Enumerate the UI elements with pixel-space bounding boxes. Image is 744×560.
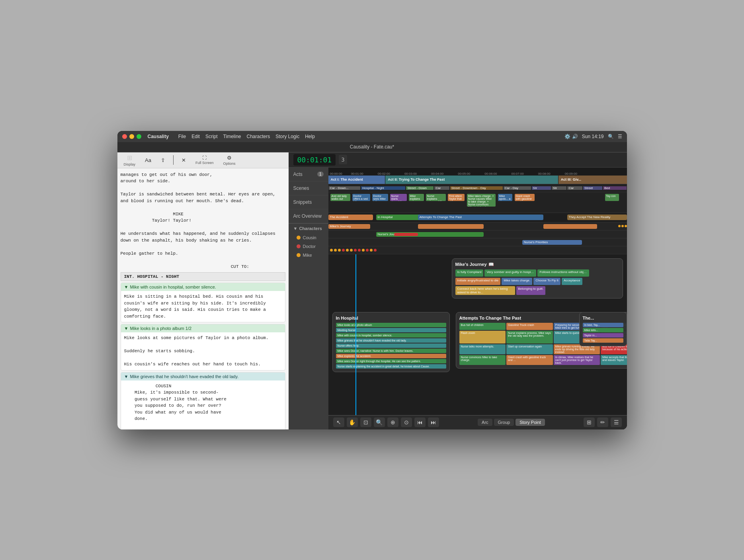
clock: Sun 14:19 <box>582 134 604 139</box>
story-point-view-btn[interactable]: Story Point <box>516 419 545 426</box>
att-node-10[interactable]: Start up conversation again <box>506 344 553 354</box>
tg-node-1[interactable]: In bed, Tay... <box>583 323 623 327</box>
menu-storylogic[interactable]: Story Logic <box>275 134 299 139</box>
snippet-11[interactable]: Tay con <box>605 194 619 201</box>
font-button[interactable]: Aa <box>142 156 154 165</box>
ih-node-8[interactable]: Mike sees Doctor right through the hospi… <box>336 359 446 363</box>
att-node-14[interactable]: Giant crash with gasoline truck and ... <box>506 355 553 365</box>
node-takes-charge[interactable]: Mike takes charge. <box>502 278 532 285</box>
ih-node-3[interactable]: Mike with cousin in hospital, somber sil… <box>336 333 446 338</box>
snippet-2[interactable]: Doctor offers a sed Mike <box>352 194 370 201</box>
att-node-2[interactable]: Gasoline Truck crash <box>506 323 553 330</box>
node-frustrated[interactable]: Initiate angry/frustrated to die <box>455 278 501 285</box>
att-node-15[interactable]: In climax, Mike realises that he can't j… <box>554 355 600 365</box>
ih-node-5[interactable]: Nurse offers help. <box>336 343 446 348</box>
view-toggle-btn[interactable]: ☰ <box>611 418 622 427</box>
snippet-9[interactable]: Mike apolo... a mo <box>498 194 512 201</box>
att-node-5[interactable]: Flash zoom <box>459 331 506 343</box>
beat-toggle-1[interactable]: ▼ <box>124 285 129 289</box>
node-connect[interactable]: Connect back here when he's being asked … <box>455 286 515 295</box>
layers-btn[interactable]: ⊞ <box>584 418 595 427</box>
menu-timeline[interactable]: Timeline <box>223 134 241 139</box>
beat-toggle-2[interactable]: ▼ <box>124 326 129 331</box>
att-node-1[interactable]: Bus full of children <box>459 323 506 330</box>
ih-node-1[interactable]: Mike looks at a photo album <box>336 323 446 327</box>
snippet-10[interactable]: Giant crash with gasoline truck <box>515 194 535 201</box>
scene-1: Car - Down... <box>329 186 361 190</box>
ih-node-9[interactable]: Nurse starts explaining the accident in … <box>336 364 446 369</box>
snippet-4[interactable]: Nurse starts descrit the acci <box>390 194 407 201</box>
zoom-fit-tool[interactable]: ⊙ <box>401 418 412 427</box>
the-canvas-group[interactable]: The... In bed, Tay... Mike tells... Tayl… <box>579 312 627 346</box>
canvas-section[interactable]: Mike's Journey 📖 Is fully Compliant Very… <box>328 254 627 415</box>
full-screen-btn[interactable]: ⛶ Full Screen <box>192 154 217 166</box>
arrow-tool[interactable]: ↖ <box>333 418 344 427</box>
node-acceptance[interactable]: Acceptance <box>562 278 582 285</box>
nav-acts[interactable]: Acts 1 <box>289 168 328 181</box>
skip-fwd-btn[interactable]: ⏭ <box>428 418 439 427</box>
nav-snippets[interactable]: Snippets <box>289 195 328 209</box>
node-follows[interactable]: Follows instructions without objecting. <box>537 269 589 277</box>
att-node-13[interactable]: Nurse convinces Mike to take charge. <box>459 355 506 365</box>
menu-characters[interactable]: Characters <box>246 134 270 139</box>
ih-node-2[interactable]: Meeting Nurse <box>336 328 446 332</box>
snippet-6[interactable]: Nurse explains process, Mike says... <box>426 194 446 201</box>
options-btn[interactable]: ⚙ Options <box>220 153 238 167</box>
mikes-journey-canvas-group[interactable]: Mike's Journey 📖 Is fully Compliant Very… <box>452 258 623 299</box>
skip-back-btn[interactable]: ⏮ <box>414 418 426 427</box>
tg-node-4[interactable]: Talia Tay... <box>583 338 623 343</box>
screenplay-scroll[interactable]: manages to get out of his own door, arou… <box>117 168 289 429</box>
snippet-1[interactable]: And old lady walks out <box>330 194 350 201</box>
att-node-16[interactable]: Mike accepts that the old lady died and … <box>601 355 627 365</box>
mac-window: Causality File Edit Script Timeline Char… <box>117 131 627 429</box>
beat-header-1[interactable]: ▼ Mike with cousin in hospital, somber s… <box>121 283 285 291</box>
menu-help[interactable]: Help <box>305 134 315 139</box>
node-guilt[interactable]: Belonging to guilt. <box>516 286 546 295</box>
att-node-6[interactable]: Nurse explains process. Mike says the ol… <box>506 331 553 343</box>
fullscreen-button[interactable] <box>137 134 141 139</box>
expand-chars-icon[interactable]: ▼ <box>293 226 298 231</box>
char-cousin[interactable]: Cousin <box>289 233 328 242</box>
node-fly[interactable]: Choose To Fly It <box>533 278 560 285</box>
char-mike[interactable]: Mike <box>289 251 328 260</box>
tg-node-2[interactable]: Mike tells... <box>583 328 623 332</box>
close-button[interactable] <box>122 134 127 139</box>
nav-arc-label: Arc Overview <box>293 213 322 219</box>
node-compliant[interactable]: Is fully Compliant <box>455 269 484 277</box>
ih-node-7[interactable]: Mike explores the accident. <box>336 354 446 358</box>
menu-edit[interactable]: Edit <box>191 134 200 139</box>
node-somber[interactable]: Very somber and guilty in hospital. <box>484 269 536 277</box>
menu-icon[interactable]: ☰ <box>618 134 622 139</box>
char-doctor[interactable]: Doctor <box>289 242 328 251</box>
hand-tool[interactable]: ✋ <box>347 418 358 427</box>
menu-file[interactable]: File <box>178 134 186 139</box>
nav-scenes[interactable]: Scenes <box>289 181 328 195</box>
close-panel-button[interactable]: ✕ <box>178 156 189 165</box>
screenplay-panel: ⊞ Display Aa ⇪ ✕ ⛶ Full Screen <box>117 152 289 429</box>
display-button[interactable]: ⊞ Display <box>121 152 139 168</box>
minimize-button[interactable] <box>129 134 134 139</box>
att-node-9[interactable]: Nurse talks more attempts. <box>459 344 506 354</box>
zoom-out-tool[interactable]: 🔍 <box>374 418 385 427</box>
beat-header-2[interactable]: ▼ Mike looks in a photo album 1/2 <box>121 324 285 332</box>
edit-btn[interactable]: ✏ <box>597 418 608 427</box>
arc-view-btn[interactable]: Arc <box>478 419 492 426</box>
search-icon[interactable]: 🔍 <box>608 134 614 139</box>
group-view-btn[interactable]: Group <box>494 419 514 426</box>
snippet-7[interactable]: First attem Taylor that old <box>448 194 465 201</box>
marquee-tool[interactable]: ⊡ <box>360 418 371 427</box>
snippet-3[interactable]: Doctor sees Mike talk <box>372 194 388 201</box>
ih-node-4[interactable]: Mike grieves that he shouldn't have evad… <box>336 338 446 343</box>
zoom-in-tool[interactable]: ⊕ <box>387 418 398 427</box>
snippet-8[interactable]: Mike takes charge. + Nurse causes Mike t… <box>467 194 496 207</box>
share-button[interactable]: ⇪ <box>158 156 168 165</box>
nav-arc-overview[interactable]: Arc Overview <box>289 209 328 223</box>
menu-script[interactable]: Script <box>205 134 218 139</box>
snippet-5[interactable]: Mike explains process <box>409 194 424 201</box>
ih-node-6[interactable]: Mike sees Doctor, narrative: Nurse is wi… <box>336 349 446 353</box>
beat-toggle-3[interactable]: ▼ <box>124 374 129 379</box>
tg-node-3[interactable]: Taylor in... <box>583 333 623 338</box>
char-dot-11 <box>370 249 373 252</box>
in-hospital-canvas-group[interactable]: In Hospital Mike looks at a photo album … <box>332 312 450 372</box>
beat-header-3[interactable]: ▼ Mike grieves that he shouldn't have ev… <box>121 373 285 380</box>
